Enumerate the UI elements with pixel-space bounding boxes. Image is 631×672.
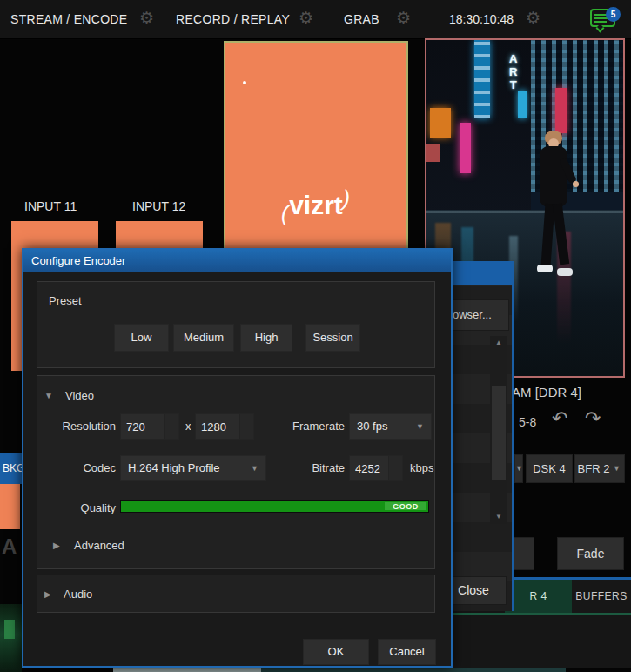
quality-label: Quality bbox=[55, 501, 116, 514]
resolution-width-input[interactable] bbox=[121, 414, 164, 439]
undo-icon[interactable]: ↶ bbox=[552, 407, 567, 430]
grab-settings-gear-icon[interactable]: ⚙ bbox=[396, 10, 411, 27]
scrollbar[interactable]: ▲ ▼ bbox=[490, 336, 507, 524]
configure-encoder-dialog: Configure Encoder Preset Low Medium High… bbox=[22, 248, 453, 668]
photo-orange-sign bbox=[430, 108, 451, 138]
quality-meter: GOOD bbox=[120, 500, 429, 513]
photo-curb-line bbox=[426, 211, 623, 213]
preset-session-button[interactable]: Session bbox=[305, 324, 360, 352]
tab-buffers[interactable]: BUFFERS bbox=[572, 580, 631, 613]
video-group: ▼ Video Resolution x Framerate 30 fps ▼ bbox=[37, 375, 435, 569]
clipped-dropdown-button[interactable]: ▼ bbox=[514, 454, 523, 483]
bottom-panel bbox=[453, 615, 631, 668]
notification-count-badge: 5 bbox=[606, 7, 621, 22]
timecode-clock: 18:30:10:48 bbox=[449, 12, 514, 26]
vizrt-logo: (vizrt) bbox=[281, 191, 350, 220]
bottom-thumbnail-sliver-light bbox=[113, 668, 261, 672]
audio-collapse-chevron-right-icon[interactable]: ▶ bbox=[44, 589, 51, 599]
bitrate-unit-label: kbps bbox=[410, 461, 433, 474]
dialog-body: Preset Low Medium High Session ▼ Video R… bbox=[23, 272, 451, 666]
left-thumbnail-neon[interactable] bbox=[0, 604, 22, 672]
ok-button[interactable]: OK bbox=[303, 639, 369, 665]
photo-cyan-sign bbox=[474, 40, 490, 118]
preset-low-button[interactable]: Low bbox=[114, 324, 169, 352]
notifications-button[interactable]: 5 bbox=[590, 7, 620, 33]
codec-dropdown[interactable]: H.264 High Profile ▼ bbox=[120, 455, 266, 481]
stream-source-label: AM [DDR 4] bbox=[512, 385, 581, 400]
clock-settings-gear-icon[interactable]: ⚙ bbox=[526, 10, 540, 27]
resolution-separator: x bbox=[185, 420, 191, 433]
bitrate-spinner[interactable] bbox=[388, 456, 402, 480]
left-thumbnail-orange[interactable] bbox=[0, 484, 20, 529]
bitrate-label: Bitrate bbox=[255, 461, 345, 474]
audio-group: ▶ Audio bbox=[37, 575, 435, 613]
audio-section-label[interactable]: Audio bbox=[64, 588, 92, 601]
preset-range-label: 5-8 bbox=[519, 415, 536, 429]
preset-group: Preset Low Medium High Session bbox=[37, 281, 435, 368]
record-settings-gear-icon[interactable]: ⚙ bbox=[299, 10, 313, 27]
resolution-label: Resolution bbox=[55, 420, 116, 433]
framerate-label: Framerate bbox=[255, 420, 345, 433]
height-spinner[interactable] bbox=[239, 414, 253, 439]
preset-medium-button[interactable]: Medium bbox=[173, 324, 234, 352]
scroll-up-icon[interactable]: ▲ bbox=[490, 336, 507, 350]
resolution-height-field bbox=[195, 413, 254, 440]
stream-settings-gear-icon[interactable]: ⚙ bbox=[139, 10, 154, 27]
preset-label: Preset bbox=[49, 294, 82, 307]
chevron-down-icon: ▼ bbox=[613, 455, 621, 482]
top-menu-bar: STREAM / ENCODE ⚙ RECORD / REPLAY ⚙ GRAB… bbox=[0, 0, 631, 39]
tab-ddr4[interactable]: R 4 bbox=[505, 580, 572, 613]
advanced-collapse-chevron-right-icon[interactable]: ▶ bbox=[53, 541, 60, 550]
dialog-titlebar[interactable]: Configure Encoder bbox=[23, 250, 451, 272]
photo-red-small-sign bbox=[426, 144, 440, 162]
video-collapse-chevron-down-icon[interactable]: ▼ bbox=[44, 391, 53, 400]
redo-icon[interactable]: ↷ bbox=[585, 407, 601, 430]
dsk4-button[interactable]: DSK 4 bbox=[526, 454, 573, 483]
photo-art-neon-sign: ART bbox=[509, 52, 517, 91]
menu-record-replay[interactable]: RECORD / REPLAY bbox=[176, 12, 290, 26]
quality-status-badge: GOOD bbox=[385, 502, 426, 510]
input-12-label: INPUT 12 bbox=[132, 199, 185, 213]
resolution-height-input[interactable] bbox=[196, 414, 239, 439]
cancel-button[interactable]: Cancel bbox=[378, 639, 436, 665]
width-spinner[interactable] bbox=[164, 414, 178, 439]
menu-stream-encode[interactable]: STREAM / ENCODE bbox=[10, 12, 127, 26]
scrollbar-thumb[interactable] bbox=[492, 386, 506, 480]
input-11-label: INPUT 11 bbox=[24, 199, 77, 213]
scroll-down-icon[interactable]: ▼ bbox=[490, 510, 507, 524]
background-window-border bbox=[512, 261, 514, 611]
video-section-label: Video bbox=[65, 389, 94, 402]
menu-grab[interactable]: GRAB bbox=[344, 12, 379, 26]
advanced-section-label[interactable]: Advanced bbox=[74, 539, 124, 552]
logo-dot bbox=[243, 81, 246, 84]
preset-high-button[interactable]: High bbox=[240, 324, 292, 352]
preview-monitor[interactable]: (vizrt) bbox=[224, 41, 408, 250]
codec-label: Codec bbox=[55, 461, 116, 474]
chevron-down-icon: ▼ bbox=[416, 414, 424, 439]
app-window: STREAM / ENCODE ⚙ RECORD / REPLAY ⚙ GRAB… bbox=[0, 0, 631, 672]
bkg-tab[interactable]: BKG bbox=[0, 453, 22, 484]
photo-red-sign bbox=[555, 88, 567, 133]
resolution-width-field bbox=[120, 413, 179, 440]
left-ftb-a-glyph: A bbox=[2, 534, 17, 559]
fade-button[interactable]: Fade bbox=[557, 537, 624, 570]
photo-pink-sign bbox=[460, 123, 471, 173]
bitrate-input[interactable] bbox=[350, 456, 388, 480]
bfr2-button[interactable]: BFR 2 ▼ bbox=[574, 454, 625, 483]
bottom-thumbnail-sliver-dark bbox=[261, 668, 566, 672]
framerate-dropdown[interactable]: 30 fps ▼ bbox=[349, 413, 432, 440]
photo-small-cyan-sign bbox=[518, 91, 527, 118]
bitrate-field bbox=[349, 455, 403, 481]
